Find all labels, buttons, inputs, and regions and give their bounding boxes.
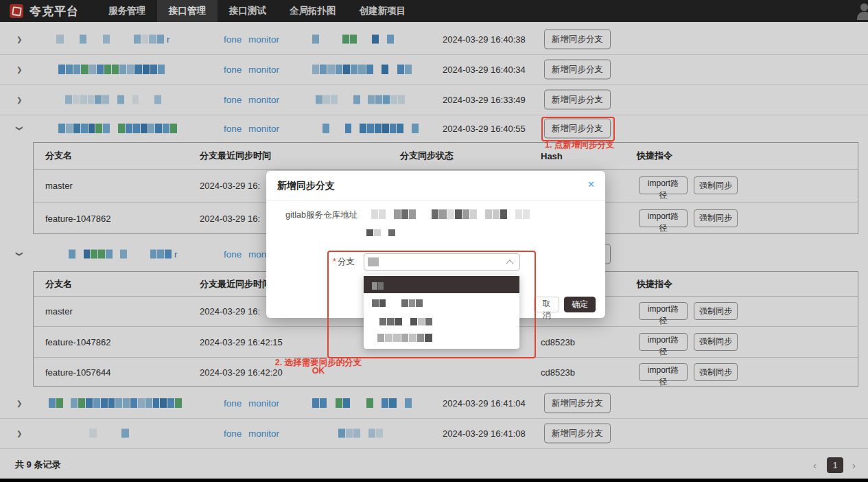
dropdown-option[interactable]: [364, 314, 519, 330]
branch-select[interactable]: [364, 253, 520, 271]
branch-field-label: *分支: [333, 256, 355, 268]
redacted-option-text: [369, 334, 432, 342]
modal-title: 新增同步分支: [277, 180, 335, 192]
gitlab-repo-label: gitlab服务仓库地址: [285, 209, 357, 221]
redacted-option-text: [372, 299, 423, 307]
redacted-gitlab-address-line2: [366, 229, 395, 236]
redacted-gitlab-address: [364, 209, 530, 219]
chevron-up-icon: [506, 260, 513, 267]
required-mark: *: [333, 257, 336, 266]
modal-divider: [266, 200, 605, 200]
branch-dropdown-list: [364, 275, 519, 349]
annotation-ok-label: OK: [274, 366, 363, 376]
annotation-step1-label: 1. 点新增同步分支: [545, 139, 614, 151]
close-icon[interactable]: ✕: [587, 179, 595, 190]
ok-button[interactable]: 确定: [564, 297, 596, 312]
redacted-selected-branch: [368, 257, 379, 266]
dropdown-option[interactable]: [364, 330, 519, 345]
dropdown-option[interactable]: [364, 296, 519, 311]
cancel-button[interactable]: 取消: [534, 297, 559, 312]
dropdown-option-selected[interactable]: [364, 276, 519, 293]
redacted-option-text: [372, 318, 432, 325]
redacted-option-text: [372, 282, 384, 290]
frame-edge: [0, 479, 868, 482]
